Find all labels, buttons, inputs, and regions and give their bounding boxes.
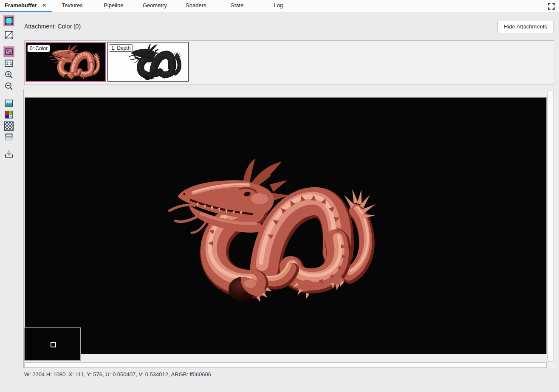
attachment-chip-color: 0: Color — [27, 45, 50, 52]
image-histogram-icon[interactable] — [3, 98, 14, 109]
horizontal-scrollbar[interactable] — [24, 362, 547, 368]
status-bar-text: W: 2204 H: 1080 X: 111, Y: 576, U: 0.050… — [24, 371, 211, 378]
attachment-thumb-depth[interactable]: 1: Depth — [107, 42, 189, 82]
framebuffer-viewer-window: Framebuffer ✕ Textures Pipeline Geometry… — [0, 0, 559, 392]
color-attachment-preview — [48, 44, 101, 82]
tab-pipeline[interactable]: Pipeline — [93, 0, 134, 12]
zoom-out-icon[interactable] — [3, 81, 14, 92]
fullscreen-icon[interactable] — [547, 2, 556, 11]
svg-text:1:1: 1:1 — [6, 61, 12, 66]
pixel-context-overlay — [24, 327, 81, 361]
save-image-icon[interactable] — [3, 148, 14, 159]
tab-log[interactable]: Log — [258, 0, 299, 12]
fit-to-window-icon[interactable] — [3, 46, 14, 57]
depth-attachment-preview — [127, 43, 183, 82]
tab-state[interactable]: State — [217, 0, 258, 12]
tab-textures[interactable]: Textures — [52, 0, 93, 12]
texture-display-icon[interactable] — [3, 15, 14, 26]
tab-framebuffer[interactable]: Framebuffer ✕ — [0, 0, 52, 12]
attachment-chip-depth: 1: Depth — [109, 44, 133, 52]
hide-attachments-button[interactable]: Hide Attachments — [497, 20, 553, 33]
tab-bar: Framebuffer ✕ Textures Pipeline Geometry… — [0, 0, 559, 12]
svg-text:A: A — [9, 115, 12, 118]
rendered-dragon — [165, 156, 378, 309]
texture-none-icon[interactable] — [3, 29, 14, 40]
zoom-in-icon[interactable] — [3, 69, 14, 80]
vertical-scrollbar[interactable] — [548, 90, 553, 362]
zoom-actual-1-1-icon[interactable]: 1:1 — [3, 58, 14, 69]
range-bar-icon[interactable] — [3, 132, 14, 143]
attachment-label: Attachment: Color (0) — [24, 23, 81, 30]
alpha-checkerboard-icon[interactable] — [3, 121, 14, 132]
texture-view-image[interactable] — [25, 97, 547, 354]
tab-shaders[interactable]: Shaders — [175, 0, 217, 12]
pixel-context-cursor — [51, 342, 56, 347]
attachments-strip: 0: Color 1: Depth — [24, 40, 554, 85]
tab-geometry[interactable]: Geometry — [134, 0, 175, 12]
texture-viewer-panel — [23, 89, 555, 368]
attachment-thumb-color[interactable]: 0: Color — [25, 42, 106, 82]
rgba-channels-icon[interactable]: A — [3, 109, 14, 120]
tab-framebuffer-label: Framebuffer — [5, 0, 37, 11]
close-icon[interactable]: ✕ — [42, 0, 47, 11]
